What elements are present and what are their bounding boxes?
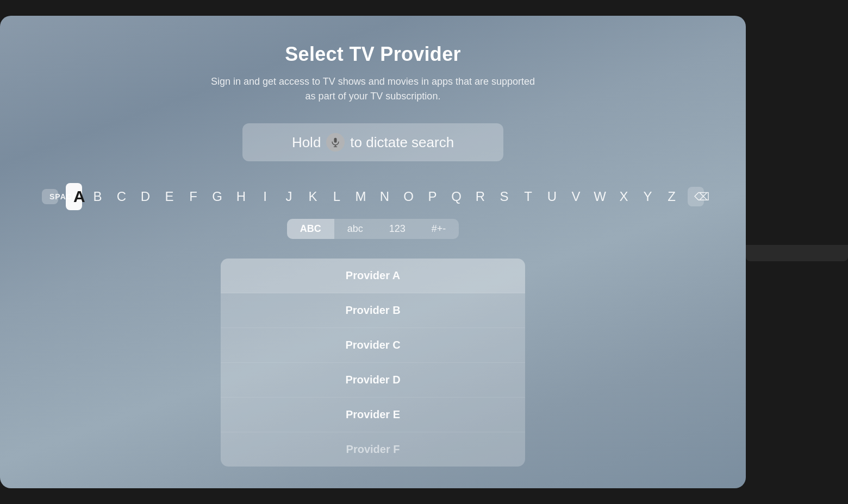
- mode-symbols[interactable]: #+-: [419, 219, 459, 239]
- key-p[interactable]: P: [425, 189, 441, 204]
- mode-numeric[interactable]: 123: [376, 219, 419, 239]
- keyboard-row: SPACE A B C D E F G H I J K L M N O P Q …: [54, 183, 691, 210]
- key-u[interactable]: U: [544, 189, 560, 204]
- page-subtitle: Sign in and get access to TV shows and m…: [204, 74, 541, 104]
- key-c[interactable]: C: [114, 189, 130, 204]
- dictate-hold-text: Hold: [292, 134, 321, 151]
- key-j[interactable]: J: [281, 189, 297, 204]
- provider-item-d[interactable]: Provider D: [221, 363, 525, 398]
- mode-abc-lower[interactable]: abc: [334, 219, 376, 239]
- provider-item-a[interactable]: Provider A: [221, 259, 525, 293]
- key-a[interactable]: A: [66, 183, 82, 210]
- screen-content: Select TV Provider Sign in and get acces…: [0, 16, 746, 488]
- key-o[interactable]: O: [401, 189, 417, 204]
- dictate-action-text: to dictate search: [350, 134, 454, 151]
- tv-stand: [746, 245, 848, 261]
- provider-item-e[interactable]: Provider E: [221, 398, 525, 432]
- key-z[interactable]: Z: [664, 189, 680, 204]
- key-t[interactable]: T: [520, 189, 537, 204]
- provider-item-f[interactable]: Provider F: [221, 432, 525, 467]
- key-l[interactable]: L: [329, 189, 345, 204]
- tv-frame: Select TV Provider Sign in and get acces…: [0, 16, 746, 488]
- key-w[interactable]: W: [592, 189, 608, 204]
- provider-item-b[interactable]: Provider B: [221, 293, 525, 328]
- provider-item-c[interactable]: Provider C: [221, 328, 525, 363]
- backspace-key[interactable]: ⌫: [688, 187, 704, 206]
- key-k[interactable]: K: [305, 189, 321, 204]
- space-key[interactable]: SPACE: [42, 189, 58, 204]
- mode-abc-upper[interactable]: ABC: [287, 219, 334, 239]
- page-title: Select TV Provider: [285, 43, 461, 66]
- dictate-bar[interactable]: Hold to dictate search: [242, 123, 503, 161]
- key-y[interactable]: Y: [640, 189, 656, 204]
- key-s[interactable]: S: [496, 189, 513, 204]
- key-e[interactable]: E: [161, 189, 178, 204]
- key-d[interactable]: D: [138, 189, 154, 204]
- key-m[interactable]: M: [353, 189, 369, 204]
- key-x[interactable]: X: [616, 189, 632, 204]
- provider-list: Provider A Provider B Provider C Provide…: [221, 259, 525, 467]
- key-f[interactable]: F: [185, 189, 202, 204]
- keyboard-modes: ABC abc 123 #+-: [287, 219, 459, 239]
- key-v[interactable]: V: [568, 189, 584, 204]
- key-q[interactable]: Q: [448, 189, 465, 204]
- key-h[interactable]: H: [233, 189, 250, 204]
- key-r[interactable]: R: [472, 189, 489, 204]
- key-g[interactable]: G: [209, 189, 226, 204]
- key-n[interactable]: N: [377, 189, 393, 204]
- key-i[interactable]: I: [257, 189, 273, 204]
- key-b[interactable]: B: [90, 189, 106, 204]
- svg-rect-0: [334, 138, 337, 143]
- microphone-icon: [326, 133, 345, 152]
